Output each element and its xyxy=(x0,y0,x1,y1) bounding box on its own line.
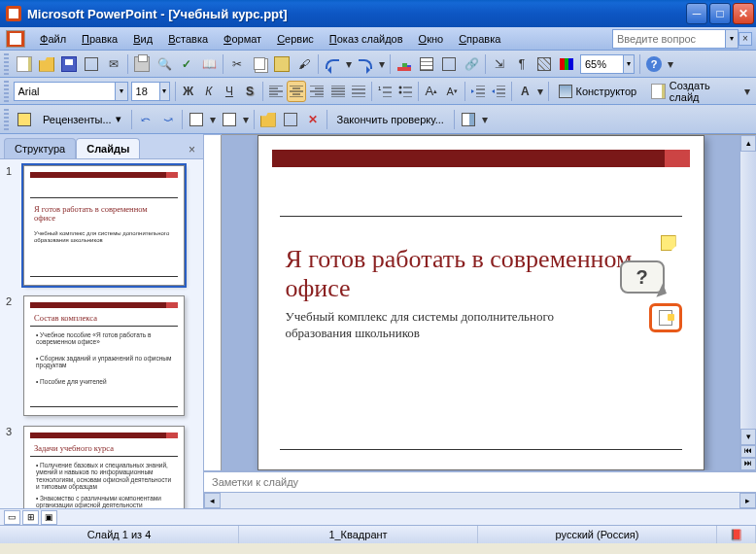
show-formatting-button[interactable]: ¶ xyxy=(511,53,533,75)
slide[interactable]: Я готов работать в современном офисе Уче… xyxy=(258,135,704,470)
zoom-control[interactable]: ▾ xyxy=(580,54,635,74)
menu-slideshow[interactable]: Показ слайдов xyxy=(323,31,410,47)
tab-slides[interactable]: Слайды xyxy=(76,138,140,158)
toolbar-grip[interactable] xyxy=(4,109,9,130)
show-grid-button[interactable] xyxy=(533,53,555,75)
vertical-scrollbar[interactable]: ▴ ▾ ⏮ ⏭ xyxy=(739,135,756,470)
apply-button[interactable] xyxy=(186,109,207,130)
slideshow-view-button[interactable]: ▣ xyxy=(41,510,57,525)
next-slide-button[interactable]: ⏭ xyxy=(740,458,756,470)
show-markup-button[interactable] xyxy=(14,109,35,130)
increase-font-button[interactable]: A▴ xyxy=(422,81,441,102)
normal-view-button[interactable]: ▭ xyxy=(4,510,20,525)
thumbnail[interactable]: Задачи учебного курса Получение базовых … xyxy=(23,426,185,508)
open-button[interactable] xyxy=(36,53,57,75)
design-button[interactable]: Конструктор xyxy=(552,81,644,102)
distributed-button[interactable] xyxy=(349,81,368,102)
tables-borders-button[interactable] xyxy=(438,53,460,75)
status-spell-icon[interactable]: 📕 xyxy=(717,526,756,543)
dropdown-arrow-icon[interactable]: ▾ xyxy=(115,83,127,100)
dropdown-arrow-icon[interactable]: ▾ xyxy=(159,83,169,100)
revisions-pane-button[interactable] xyxy=(458,109,479,130)
align-right-button[interactable] xyxy=(307,81,326,102)
thumbnail[interactable]: Состав комплекса Учебное пособие «Я гото… xyxy=(23,295,185,416)
menu-insert[interactable]: Вставка xyxy=(161,31,215,47)
toolbar-options[interactable]: ▾ xyxy=(743,81,752,102)
delete-comment-button[interactable]: ✕ xyxy=(302,109,324,130)
menu-format[interactable]: Формат xyxy=(217,31,268,47)
previous-slide-button[interactable]: ⏮ xyxy=(740,445,756,458)
menu-tools[interactable]: Сервис xyxy=(270,31,321,47)
menu-view[interactable]: Вид xyxy=(126,31,159,47)
toolbar-options[interactable]: ▾ xyxy=(480,109,490,130)
thumbnail-item[interactable]: 3 Задачи учебного курса Получение базовы… xyxy=(6,426,197,508)
bold-button[interactable]: Ж xyxy=(179,81,198,102)
research-button[interactable]: 📖 xyxy=(198,53,220,75)
decrease-font-button[interactable]: A▾ xyxy=(442,81,462,102)
increase-indent-button[interactable] xyxy=(489,81,508,102)
bullets-button[interactable] xyxy=(395,81,415,102)
doc-system-icon[interactable] xyxy=(6,30,25,48)
scroll-up-button[interactable]: ▴ xyxy=(740,135,756,152)
insert-chart-button[interactable] xyxy=(394,53,415,75)
justify-button[interactable] xyxy=(327,81,347,102)
menu-file[interactable]: Файл xyxy=(33,31,73,47)
email-button[interactable]: ✉ xyxy=(103,53,124,75)
menu-edit[interactable]: Правка xyxy=(75,31,124,47)
toolbar-grip[interactable] xyxy=(4,81,9,102)
scroll-left-button[interactable]: ◂ xyxy=(204,493,221,508)
print-preview-button[interactable]: 🔍 xyxy=(154,53,175,75)
copy-button[interactable] xyxy=(249,53,270,75)
decrease-indent-button[interactable] xyxy=(468,81,488,102)
scroll-right-button[interactable]: ▸ xyxy=(739,493,756,508)
font-size[interactable]: ▾ xyxy=(131,82,170,101)
sorter-view-button[interactable]: ⊞ xyxy=(22,510,39,525)
save-button[interactable] xyxy=(58,53,80,75)
align-center-button[interactable] xyxy=(287,81,306,102)
help-search-input[interactable] xyxy=(613,33,725,45)
help-button[interactable]: ? xyxy=(643,53,665,75)
permissions-button[interactable] xyxy=(81,53,102,75)
status-language[interactable]: русский (Россия) xyxy=(478,526,717,543)
thumbnail-list[interactable]: 1 Я готов работать в современном офисе У… xyxy=(0,159,203,508)
insert-comment-button[interactable] xyxy=(258,109,279,130)
reviewers-button[interactable]: Рецензенты... ▾ xyxy=(36,109,128,130)
color-button[interactable] xyxy=(556,53,577,75)
cut-button[interactable]: ✂ xyxy=(226,53,248,75)
print-button[interactable] xyxy=(131,53,153,75)
underline-button[interactable]: Ч xyxy=(220,81,239,102)
horizontal-scrollbar[interactable]: ◂ ▸ xyxy=(204,492,756,508)
font-name-input[interactable] xyxy=(15,86,116,97)
italic-button[interactable]: К xyxy=(199,81,219,102)
shadow-button[interactable]: S xyxy=(240,81,259,102)
spellcheck-button[interactable]: ✓ xyxy=(176,53,197,75)
numbering-button[interactable]: 1 xyxy=(375,81,395,102)
thumbnail[interactable]: Я готов работать в современном офисе Уче… xyxy=(23,165,185,286)
slide-subtitle[interactable]: Учебный комплекс для системы дополнитель… xyxy=(286,309,606,342)
undo-button[interactable] xyxy=(322,53,343,75)
font-size-input[interactable] xyxy=(132,86,159,97)
unapply-dropdown[interactable]: ▾ xyxy=(241,109,251,130)
unapply-button[interactable] xyxy=(219,109,240,130)
expand-all-button[interactable]: ⇲ xyxy=(489,53,510,75)
notes-pane[interactable]: Заметки к слайду xyxy=(204,470,756,492)
paste-button[interactable] xyxy=(271,53,292,75)
align-left-button[interactable] xyxy=(266,81,286,102)
format-painter-button[interactable]: 🖌 xyxy=(293,53,315,75)
tab-outline[interactable]: Структура xyxy=(4,138,76,158)
menu-window[interactable]: Окно xyxy=(412,31,451,47)
zoom-dropdown-icon[interactable]: ▾ xyxy=(623,55,634,73)
callout-shape[interactable]: ? xyxy=(620,260,665,294)
new-button[interactable] xyxy=(14,53,35,75)
minimize-button[interactable]: ─ xyxy=(686,3,707,24)
font-color-button[interactable]: A xyxy=(515,81,534,102)
edit-comment-button[interactable] xyxy=(280,109,301,130)
toolbar-grip[interactable] xyxy=(4,53,9,75)
help-search[interactable]: ▾ xyxy=(612,29,739,49)
font-name[interactable]: ▾ xyxy=(14,82,128,101)
toolbar-options[interactable]: ▾ xyxy=(666,53,675,75)
previous-comment-button[interactable]: ⤺ xyxy=(135,109,156,130)
insert-hyperlink-button[interactable]: 🔗 xyxy=(461,53,482,75)
insert-table-button[interactable] xyxy=(416,53,437,75)
end-review-button[interactable]: Закончить проверку... xyxy=(330,109,451,130)
